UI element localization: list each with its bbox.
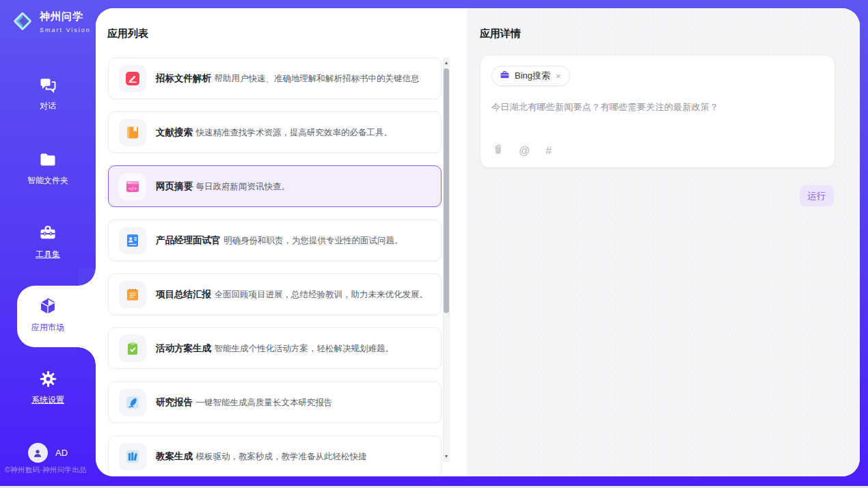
sidebar-item-app-market[interactable]: 应用市场 bbox=[0, 297, 96, 334]
app-desc: 模板驱动，教案秒成，教学准备从此轻松快捷 bbox=[195, 452, 366, 461]
list-item-project-summary[interactable]: 项目总结汇报 全面回顾项目进展，总结经验教训，助力未来优化发展。 bbox=[108, 273, 442, 315]
sidebar-footer: ©神州数码·神州问学出品 bbox=[5, 465, 100, 475]
app-list: 招标文件解析 帮助用户快速、准确地理解和解析招标书中的关键信息 文献搜索 快速精… bbox=[108, 57, 442, 476]
sidebar-item-settings[interactable]: 系统设置 bbox=[0, 370, 96, 406]
diamond-logo-icon bbox=[11, 10, 34, 36]
app-list-panel: 应用列表 招标文件解析 帮助用户快速、准确地理解和解析招标书中的关键信息 bbox=[96, 8, 467, 476]
app-desc: 帮助用户快速、准确地理解和解析招标书中的关键信息 bbox=[214, 74, 419, 83]
note-icon bbox=[119, 281, 146, 308]
tool-chip[interactable]: Bing搜索 × bbox=[491, 66, 570, 86]
user-avatar-icon bbox=[28, 443, 48, 463]
document-edit-icon bbox=[119, 65, 146, 92]
app-title: 研究报告 bbox=[156, 397, 193, 407]
app-desc: 一键智能生成高质量长文本研究报告 bbox=[195, 398, 332, 407]
sidebar-item-toolset[interactable]: 工具集 bbox=[0, 223, 96, 260]
sidebar-item-label: 智能文件夹 bbox=[0, 175, 96, 187]
app-title: 文献搜索 bbox=[156, 127, 193, 137]
app-title: 项目总结汇报 bbox=[156, 289, 211, 299]
resume-icon bbox=[119, 227, 146, 254]
folder-icon bbox=[38, 150, 57, 169]
toolbox-icon bbox=[38, 223, 57, 243]
browser-code-icon: </> bbox=[119, 173, 146, 200]
bubble-fillet-top bbox=[78, 268, 96, 286]
sidebar-item-label: 工具集 bbox=[0, 249, 96, 260]
run-button[interactable]: 运行 bbox=[800, 185, 834, 206]
app-detail-panel: 应用详情 Bing搜索 × 今日湖北有哪些新闻要点？有哪些需要关注的最新政策？ bbox=[467, 8, 860, 476]
gear-icon bbox=[39, 370, 57, 389]
paperclip-icon[interactable] bbox=[492, 144, 503, 159]
mention-icon[interactable]: @ bbox=[519, 145, 530, 157]
tool-chip-label: Bing搜索 bbox=[515, 70, 550, 82]
hash-icon[interactable]: # bbox=[545, 145, 552, 157]
book-icon bbox=[119, 119, 146, 146]
prompt-card: Bing搜索 × 今日湖北有哪些新闻要点？有哪些需要关注的最新政策？ @ # bbox=[480, 55, 835, 168]
app-desc: 智能生成个性化活动方案，轻松解决规划难题。 bbox=[214, 344, 394, 353]
prompt-toolbar: @ # bbox=[492, 144, 552, 159]
app-desc: 明确身份和职责，为您提供专业性的面试问题。 bbox=[223, 236, 403, 245]
user-initials: AD bbox=[55, 448, 68, 458]
app-title: 产品经理面试官 bbox=[156, 235, 221, 245]
brand-subtitle: Smart Vision bbox=[40, 27, 91, 33]
clipboard-check-icon bbox=[119, 335, 146, 362]
app-desc: 快速精准查找学术资源，提高研究效率的必备工具。 bbox=[195, 128, 392, 137]
brand-logo: 神州问学 Smart Vision bbox=[11, 10, 96, 36]
list-item-pm-interviewer[interactable]: 产品经理面试官 明确身份和职责，为您提供专业性的面试问题。 bbox=[108, 219, 442, 261]
briefcase-icon bbox=[500, 70, 510, 83]
sidebar: 神州问学 Smart Vision 对话 智能文件夹 bbox=[0, 0, 96, 488]
list-item-web-summary[interactable]: </> 网页摘要 每日政府新闻资讯快查。 bbox=[108, 165, 442, 207]
app-detail-title: 应用详情 bbox=[480, 27, 521, 40]
content-shell: 应用列表 招标文件解析 帮助用户快速、准确地理解和解析招标书中的关键信息 bbox=[96, 8, 860, 476]
list-item-event-plan[interactable]: 活动方案生成 智能生成个性化活动方案，轻松解决规划难题。 bbox=[108, 327, 442, 369]
scroll-down-icon[interactable]: ▼ bbox=[444, 453, 449, 460]
scrollbar[interactable]: ▲ ▼ bbox=[443, 57, 450, 462]
list-item-lesson-plan[interactable]: 教案生成 模板驱动，教案秒成，教学准备从此轻松快捷 bbox=[108, 435, 442, 476]
app-title: 网页摘要 bbox=[156, 181, 193, 191]
scroll-up-icon[interactable]: ▲ bbox=[444, 59, 449, 66]
scrollbar-thumb[interactable] bbox=[444, 68, 449, 313]
books-icon bbox=[119, 443, 146, 470]
ink-pen-icon bbox=[119, 389, 146, 416]
list-item-literature-search[interactable]: 文献搜索 快速精准查找学术资源，提高研究效率的必备工具。 bbox=[108, 111, 442, 153]
sidebar-item-chat[interactable]: 对话 bbox=[0, 75, 96, 112]
svg-text:</>: </> bbox=[128, 185, 137, 191]
bubble-fillet-bottom bbox=[78, 347, 96, 365]
app-title: 招标文件解析 bbox=[156, 73, 211, 83]
list-item-bid-parse[interactable]: 招标文件解析 帮助用户快速、准确地理解和解析招标书中的关键信息 bbox=[108, 57, 442, 99]
sidebar-item-label: 系统设置 bbox=[0, 394, 96, 406]
app-list-title: 应用列表 bbox=[107, 27, 148, 40]
chip-close-icon[interactable]: × bbox=[555, 71, 562, 81]
chat-icon bbox=[38, 75, 57, 94]
sidebar-item-label: 应用市场 bbox=[0, 322, 96, 334]
sidebar-item-smart-folder[interactable]: 智能文件夹 bbox=[0, 150, 96, 187]
app-title: 活动方案生成 bbox=[156, 343, 211, 353]
app-desc: 每日政府新闻资讯快查。 bbox=[195, 182, 290, 191]
sidebar-item-label: 对话 bbox=[0, 100, 96, 112]
brand-name: 神州问学 bbox=[40, 10, 83, 22]
app-title: 教案生成 bbox=[156, 451, 193, 461]
app-desc: 全面回顾项目进展，总结经验教训，助力未来优化发展。 bbox=[214, 290, 428, 299]
cube-icon bbox=[38, 297, 57, 316]
user-account[interactable]: AD bbox=[0, 443, 96, 463]
list-item-research-report[interactable]: 研究报告 一键智能生成高质量长文本研究报告 bbox=[108, 381, 442, 423]
prompt-input[interactable]: 今日湖北有哪些新闻要点？有哪些需要关注的最新政策？ bbox=[491, 101, 824, 113]
